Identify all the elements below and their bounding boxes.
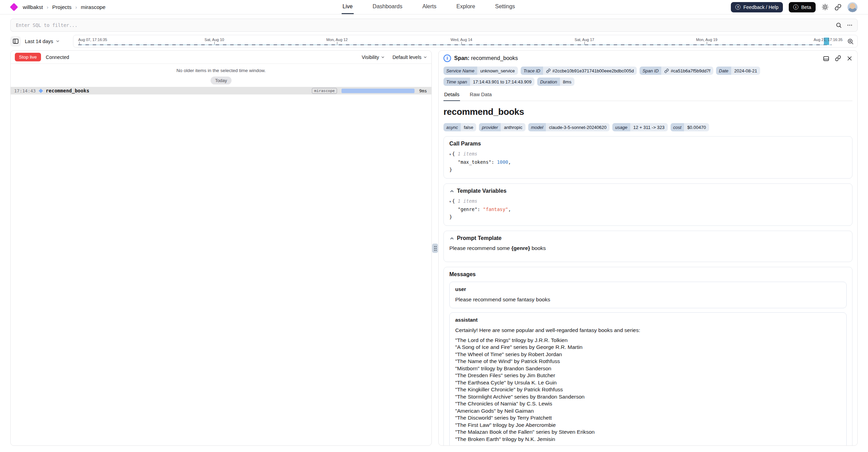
meta-badge-value: unknown_service bbox=[480, 68, 515, 73]
book-line: "American Gods" by Neil Gaiman bbox=[455, 408, 841, 415]
panel-resize-handle[interactable] bbox=[432, 243, 438, 253]
feedback-help-button[interactable]: ? Feedback / Help bbox=[731, 2, 783, 12]
book-line: "The Discworld" series by Terry Pratchet… bbox=[455, 414, 841, 422]
template-variables-title: Template Variables bbox=[457, 188, 507, 194]
attribute-badge-value: $0.00470 bbox=[687, 125, 706, 130]
link-icon bbox=[835, 55, 841, 61]
beta-badge-button[interactable]: i Beta bbox=[789, 2, 816, 12]
collapse-arrow-icon[interactable]: ▾ bbox=[449, 152, 452, 156]
messages-title: Messages bbox=[449, 271, 847, 278]
stop-live-button[interactable]: Stop live bbox=[15, 53, 41, 61]
code-line: } bbox=[449, 166, 847, 173]
help-icon: ? bbox=[735, 4, 741, 10]
attribute-badge-label: provider bbox=[479, 123, 501, 131]
code-token-plain: : bbox=[491, 159, 497, 165]
message-role: assistant bbox=[455, 317, 841, 323]
tab-explore[interactable]: Explore bbox=[456, 0, 476, 14]
timeline-tick-label: Sat, Aug 10 bbox=[205, 38, 224, 42]
day-separator-chip: Today bbox=[211, 77, 232, 84]
info-icon: i bbox=[443, 54, 451, 62]
tab-details[interactable]: Details bbox=[443, 91, 460, 101]
time-range-dropdown[interactable]: Last 14 days bbox=[25, 39, 66, 44]
breadcrumb-org[interactable]: willbakst bbox=[23, 4, 43, 10]
attribute-badge: cost $0.00470 bbox=[671, 123, 709, 131]
code-token-plain: , bbox=[508, 159, 511, 165]
meta-badge: Service Name unknown_service bbox=[443, 67, 518, 75]
search-icon[interactable] bbox=[836, 22, 842, 28]
span-title-value: recommend_books bbox=[471, 55, 518, 61]
meta-badge-value: 17:14:43.901 to 17:14:43.909 bbox=[473, 79, 532, 84]
timeline[interactable]: Aug 07, 17:16:35Sat, Aug 10Mon, Aug 12We… bbox=[73, 35, 858, 48]
code-token-brace: { bbox=[452, 151, 458, 157]
code-line: } bbox=[449, 213, 847, 221]
book-list: "The Lord of the Rings" trilogy by J.R.R… bbox=[455, 337, 841, 443]
code-token-plain bbox=[449, 159, 458, 165]
code-token-plain bbox=[449, 207, 458, 212]
tab-raw-data[interactable]: Raw Data bbox=[469, 91, 492, 101]
meta-badge-value: #ca51b6a7f5b9dd7f bbox=[671, 68, 710, 73]
tab-live[interactable]: Live bbox=[341, 0, 354, 14]
beta-label: Beta bbox=[801, 4, 811, 10]
sql-filter-bar bbox=[10, 19, 858, 32]
copy-link-button[interactable] bbox=[835, 55, 841, 61]
trace-row[interactable]: 17:14:43 recommend_books mirascope 9ms bbox=[11, 87, 431, 94]
more-options-icon[interactable] bbox=[847, 22, 853, 28]
meta-badge: Trace ID #2ccbe10b91e371741b00eee2bdbc00… bbox=[521, 67, 637, 75]
book-line: "The Chronicles of Narnia" by C.S. Lewis bbox=[455, 400, 841, 408]
book-line: "The Broken Earth" trilogy by N.K. Jemis… bbox=[455, 436, 841, 443]
visibility-dropdown[interactable]: Visibility bbox=[362, 54, 385, 60]
sidebar-toggle-button[interactable] bbox=[10, 36, 21, 47]
attribute-badge-label: async bbox=[443, 123, 461, 131]
main-content: Stop live Connected Visibility Default l… bbox=[10, 50, 858, 446]
chevron-up-icon[interactable] bbox=[449, 236, 455, 241]
book-line: "The Stormlight Archive" series by Brand… bbox=[455, 393, 841, 401]
theme-toggle-button[interactable] bbox=[821, 3, 829, 11]
close-panel-button[interactable] bbox=[847, 56, 852, 61]
code-token-plain: , bbox=[508, 207, 511, 212]
tab-settings[interactable]: Settings bbox=[494, 0, 516, 14]
prompt-template-card: Prompt Template Please recommend some {g… bbox=[443, 231, 852, 262]
tab-dashboards[interactable]: Dashboards bbox=[371, 0, 403, 14]
span-attribute-badges: async false provider anthropic model cla… bbox=[443, 123, 852, 131]
time-range-label: Last 14 days bbox=[25, 39, 53, 44]
info-icon: i bbox=[793, 4, 798, 10]
user-avatar[interactable] bbox=[847, 2, 858, 12]
attribute-badge-value: anthropic bbox=[504, 125, 522, 130]
zoom-in-button[interactable] bbox=[847, 38, 854, 45]
attribute-badge: model claude-3-5-sonnet-20240620 bbox=[528, 123, 610, 131]
breadcrumb-projects[interactable]: Projects bbox=[52, 4, 72, 10]
timeline-tick-label: Aug 21, 17:16:35 bbox=[814, 38, 843, 42]
book-line: "The Wheel of Time" series by Robert Jor… bbox=[455, 351, 841, 358]
call-params-card: Call Params ▾{ 1 items "max_tokens": 100… bbox=[443, 136, 852, 179]
meta-badge: Span ID #ca51b6a7f5b9dd7f bbox=[640, 67, 713, 75]
breadcrumb: willbakst › Projects › mirascope bbox=[10, 4, 105, 10]
template-variables-card: Template Variables ▾{ 1 items "genre": "… bbox=[443, 183, 852, 226]
chevron-up-icon[interactable] bbox=[449, 189, 455, 194]
sql-filter-input[interactable] bbox=[15, 22, 836, 28]
tab-alerts[interactable]: Alerts bbox=[421, 0, 438, 14]
default-levels-dropdown[interactable]: Default levels bbox=[392, 54, 427, 60]
share-link-button[interactable] bbox=[835, 4, 841, 11]
code-token-plain: : bbox=[477, 207, 483, 212]
duration-bar bbox=[341, 89, 415, 93]
code-line: ▾{ 1 items bbox=[449, 197, 847, 205]
panel-left-icon bbox=[12, 38, 19, 44]
book-line: "The Name of the Wind" by Patrick Rothfu… bbox=[455, 358, 841, 365]
brand-logo-icon[interactable] bbox=[10, 3, 18, 11]
breadcrumb-project-name[interactable]: mirascope bbox=[81, 4, 106, 10]
attribute-badge-value: false bbox=[464, 125, 473, 130]
call-params-json: ▾{ 1 items "max_tokens": 1000,} bbox=[449, 150, 847, 173]
link-icon[interactable] bbox=[664, 69, 669, 73]
meta-badge-label: Date bbox=[716, 67, 731, 75]
dock-panel-button[interactable] bbox=[823, 55, 829, 62]
span-detail-panel: i Span: recommend_books bbox=[438, 50, 858, 446]
timeline-tick-label: Mon, Aug 19 bbox=[696, 38, 717, 42]
meta-badge-label: Span ID bbox=[640, 67, 661, 75]
code-token-brace: } bbox=[449, 214, 452, 220]
link-icon[interactable] bbox=[546, 69, 551, 73]
book-line: "The Earthsea Cycle" by Ursula K. Le Gui… bbox=[455, 379, 841, 386]
scope-badge: mirascope bbox=[312, 88, 337, 94]
collapse-arrow-icon[interactable]: ▾ bbox=[449, 200, 452, 203]
meta-badge-label: Service Name bbox=[443, 67, 477, 75]
timeline-tick-label: Aug 07, 17:16:35 bbox=[78, 38, 107, 42]
